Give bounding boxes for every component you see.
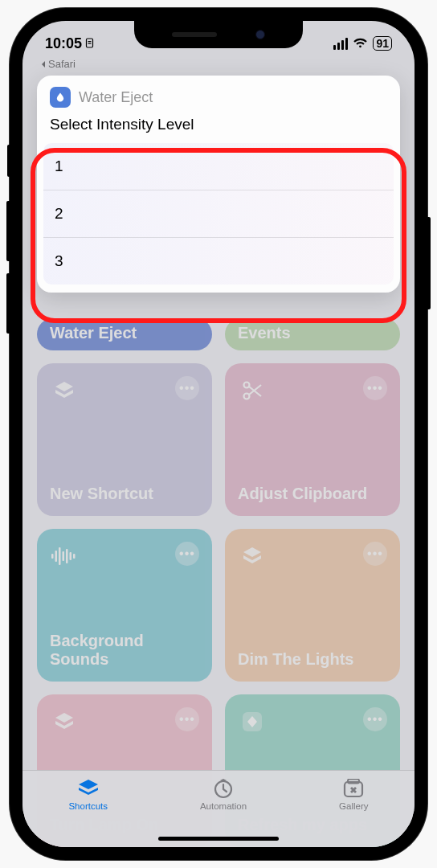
volume-down-button[interactable] [6, 273, 10, 334]
speaker-grille [172, 32, 217, 37]
phone-notch [134, 21, 303, 48]
front-camera [255, 30, 265, 39]
volume-up-button[interactable] [6, 201, 10, 261]
cellular-signal-icon [333, 38, 349, 50]
intensity-option-1[interactable]: 1 [43, 143, 394, 190]
wifi-icon [353, 38, 368, 49]
shortcut-prompt-card: Water Eject Select Intensity Level 1 2 3 [37, 76, 400, 293]
home-indicator[interactable] [158, 837, 279, 841]
back-to-app-button[interactable]: Safari [40, 58, 76, 70]
intensity-option-2[interactable]: 2 [43, 190, 394, 237]
phone-frame: 10:05 91 Safari Water Eject Eve [10, 8, 427, 860]
battery-level: 91 [373, 36, 392, 51]
back-to-app-label: Safari [48, 58, 76, 70]
intensity-option-3[interactable]: 3 [43, 237, 394, 285]
status-time: 10:05 [45, 35, 82, 52]
power-button[interactable] [427, 217, 431, 309]
mute-switch[interactable] [7, 145, 10, 177]
location-indicator-icon [85, 38, 94, 49]
prompt-shortcut-name: Water Eject [79, 89, 153, 106]
water-drop-icon [50, 87, 71, 108]
phone-screen: 10:05 91 Safari Water Eject Eve [22, 21, 415, 847]
intensity-options-list: 1 2 3 [43, 143, 394, 285]
svg-rect-1 [88, 41, 92, 42]
prompt-subtitle: Select Intensity Level [37, 113, 400, 143]
svg-rect-2 [88, 43, 92, 44]
